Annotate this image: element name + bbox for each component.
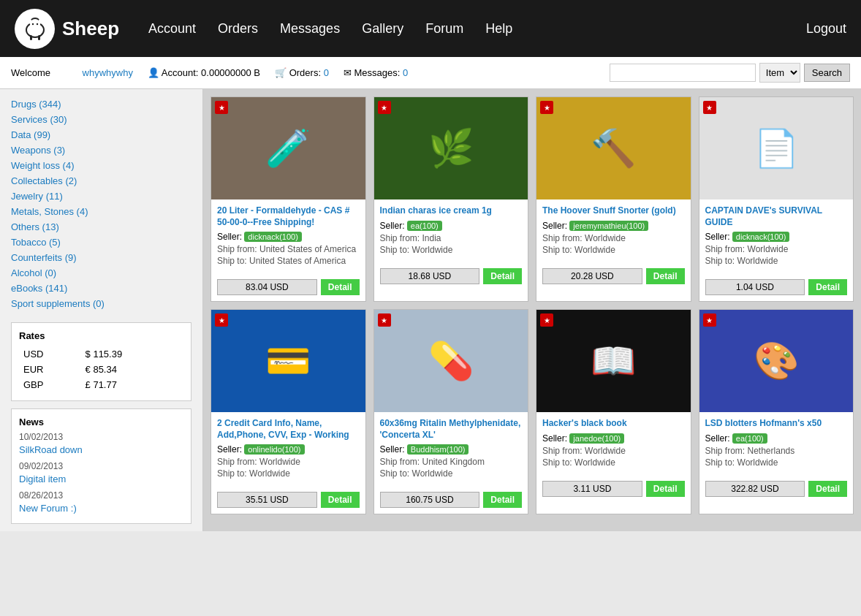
ship-to: Ship to: Worldwide (217, 468, 360, 479)
orders-info: 🛒 Orders: 0 (275, 67, 329, 78)
nav-orders[interactable]: Orders (218, 21, 258, 37)
product-seller: Seller: dicknack(100) (705, 232, 848, 242)
sidebar: Drugs (344)Services (30)Data (99)Weapons… (0, 89, 203, 531)
svg-rect-4 (30, 35, 32, 40)
logo-icon (15, 9, 55, 49)
search-button[interactable]: Search (804, 64, 850, 82)
sidebar-category[interactable]: Data (99) (11, 127, 191, 142)
product-seller: Seller: ea(100) (705, 433, 848, 444)
nav-help[interactable]: Help (485, 21, 512, 37)
sidebar-category[interactable]: Services (30) (11, 112, 191, 127)
currency-label: EUR (20, 362, 81, 376)
sidebar-category[interactable]: Drugs (344) (11, 96, 191, 112)
product-title: 2 Credit Card Info, Name, Add,Phone, CVV… (217, 418, 360, 441)
sidebar-category[interactable]: Alcohol (0) (11, 265, 191, 281)
price-box: 35.51 USD (217, 492, 317, 508)
product-image: 🔨 (536, 97, 691, 199)
ship-to: Ship to: Worldwide (705, 457, 848, 468)
product-card: ★ 📄 CAPTAIN DAVE's SURVIVAL GUIDE Seller… (699, 96, 854, 302)
ship-to: Ship to: Worldwide (542, 245, 685, 255)
product-seller: Seller: onlinelido(100) (217, 444, 360, 455)
product-seller: Seller: Buddhism(100) (380, 444, 523, 455)
product-title: CAPTAIN DAVE's SURVIVAL GUIDE (705, 205, 848, 228)
messages-label: Messages: (354, 67, 400, 78)
product-info: Hacker's black book Seller: janedoe(100)… (536, 412, 691, 475)
nav-gallery[interactable]: Gallery (362, 21, 403, 37)
sidebar-category[interactable]: Collectables (2) (11, 173, 191, 189)
message-icon: ✉ (344, 67, 352, 78)
news-box: News 10/02/2013SilkRoad down09/02/2013Di… (11, 408, 191, 524)
sidebar-category[interactable]: Sport supplements (0) (11, 296, 191, 311)
star-badge: ★ (378, 313, 391, 327)
product-footer: 1.04 USD Detail (699, 279, 854, 301)
sidebar-category[interactable]: Others (13) (11, 219, 191, 235)
detail-button[interactable]: Detail (483, 268, 522, 284)
nav-messages[interactable]: Messages (280, 21, 340, 37)
product-info: 20 Liter - Formaldehyde - CAS # 50-00-0-… (211, 199, 365, 273)
product-image: 💊 (374, 310, 528, 412)
detail-button[interactable]: Detail (321, 492, 360, 508)
ship-from: Ship from: Netherlands (705, 446, 848, 456)
category-list: Drugs (344)Services (30)Data (99)Weapons… (11, 96, 191, 311)
messages-count[interactable]: 0 (403, 67, 408, 78)
nav-account[interactable]: Account (148, 21, 196, 37)
sidebar-category[interactable]: eBooks (141) (11, 281, 191, 296)
logo-area: Sheep (15, 9, 119, 49)
star-badge: ★ (540, 313, 553, 327)
detail-button[interactable]: Detail (808, 279, 847, 295)
products-grid: ★ 🧪 20 Liter - Formaldehyde - CAS # 50-0… (203, 89, 861, 531)
product-footer: 83.04 USD Detail (211, 279, 365, 301)
news-link[interactable]: New Forum :) (19, 501, 183, 516)
news-link[interactable]: Digital item (19, 471, 183, 487)
product-info: 2 Credit Card Info, Name, Add,Phone, CVV… (211, 412, 365, 486)
username-link[interactable]: whywhywhy (83, 67, 133, 78)
detail-button[interactable]: Detail (808, 481, 847, 497)
search-type-select[interactable]: Item (759, 63, 800, 83)
sidebar-category[interactable]: Metals, Stones (4) (11, 204, 191, 219)
detail-button[interactable]: Detail (321, 279, 360, 295)
nav-forum[interactable]: Forum (425, 21, 463, 37)
svg-point-3 (27, 23, 43, 37)
detail-button[interactable]: Detail (483, 492, 522, 508)
product-title: Indian charas ice cream 1g (380, 205, 523, 217)
ship-to: Ship to: Worldwide (380, 468, 523, 479)
rates-row: GBP£ 71.77 (20, 378, 182, 392)
seller-badge: ea(100) (407, 221, 442, 231)
product-image: 💳 (211, 310, 365, 412)
ship-from: Ship from: India (380, 233, 523, 243)
search-input[interactable] (610, 64, 756, 82)
rates-row: USD$ 115.39 (20, 347, 182, 361)
price-box: 1.04 USD (705, 279, 805, 295)
currency-label: USD (20, 347, 81, 361)
product-title: 60x36mg Ritalin Methylphenidate, 'Concer… (380, 418, 523, 441)
detail-button[interactable]: Detail (646, 481, 685, 497)
logout-button[interactable]: Logout (806, 21, 846, 37)
product-image: 📄 (699, 97, 854, 199)
product-info: The Hoover Snuff Snorter (gold) Seller: … (536, 199, 691, 262)
product-title: 20 Liter - Formaldehyde - CAS # 50-00-0-… (217, 205, 360, 228)
product-footer: 3.11 USD Detail (536, 481, 691, 503)
sidebar-category[interactable]: Tobacco (5) (11, 235, 191, 250)
orders-count[interactable]: 0 (324, 67, 329, 78)
seller-badge: janedoe(100) (569, 433, 624, 444)
detail-button[interactable]: Detail (646, 268, 685, 284)
news-link[interactable]: SilkRoad down (19, 442, 183, 457)
product-footer: 35.51 USD Detail (211, 492, 365, 514)
subheader: Welcome whywhywhy 👤 Account: 0.00000000 … (0, 57, 861, 89)
sidebar-category[interactable]: Jewelry (11) (11, 189, 191, 204)
product-card: ★ 🎨 LSD blotters Hofmann's x50 Seller: e… (699, 309, 854, 514)
sidebar-category[interactable]: Counterfeits (9) (11, 250, 191, 265)
product-seller: Seller: jeremymathieu(100) (542, 221, 685, 231)
sidebar-category[interactable]: Weight loss (4) (11, 158, 191, 173)
product-footer: 322.82 USD Detail (699, 481, 854, 503)
search-area: Item Search (610, 63, 850, 83)
product-info: 60x36mg Ritalin Methylphenidate, 'Concer… (374, 412, 528, 486)
product-card: ★ 📖 Hacker's black book Seller: janedoe(… (536, 309, 691, 514)
product-image: 🌿 (374, 97, 528, 199)
svg-point-7 (36, 23, 37, 25)
welcome-label: Welcome (11, 67, 50, 78)
ship-from: Ship from: Worldwide (542, 233, 685, 243)
star-badge: ★ (378, 101, 391, 114)
sidebar-category[interactable]: Weapons (3) (11, 142, 191, 158)
product-footer: 18.68 USD Detail (374, 268, 528, 290)
